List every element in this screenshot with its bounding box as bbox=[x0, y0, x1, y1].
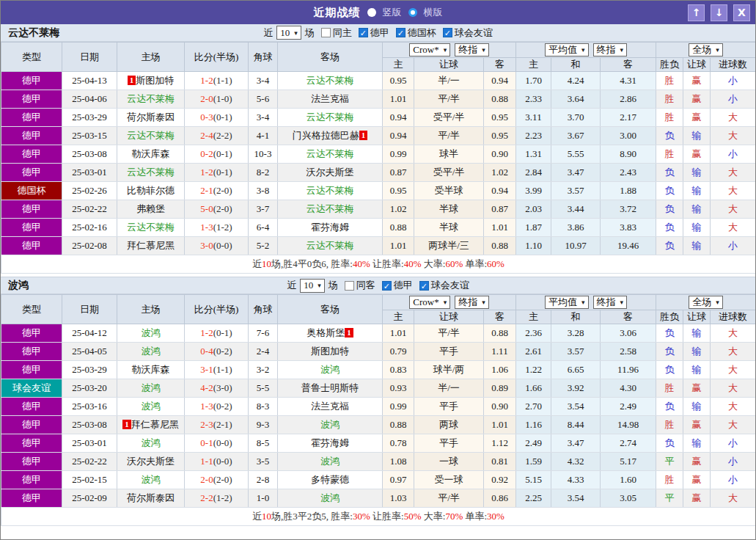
summary-segment: 40% bbox=[404, 258, 422, 269]
fulltime-score: 1-3 bbox=[200, 401, 213, 412]
handicap-line: 受平/半 bbox=[414, 109, 484, 127]
avg-home-odds: 3.99 bbox=[516, 182, 551, 200]
table-row: 德甲25-04-06云达不莱梅2-0(1-0)5-6法兰克福1.01平/半0.8… bbox=[1, 90, 756, 109]
halftime-score: (2-2) bbox=[213, 130, 232, 141]
fulltime-score: 4-2 bbox=[200, 382, 213, 393]
result-outcome: 平 bbox=[656, 453, 683, 471]
handicap-line: 受半球 bbox=[414, 182, 484, 200]
scope-select[interactable]: 全场▾ bbox=[689, 296, 723, 309]
result-handicap: 输 bbox=[683, 361, 711, 379]
scope-select-value: 全场 bbox=[692, 296, 711, 309]
handicap-line: 受一球 bbox=[414, 471, 484, 489]
away-team: 云达不莱梅 bbox=[278, 109, 383, 127]
match-type: 德甲 bbox=[1, 164, 62, 182]
summary-row: 近10场,胜4平0负6, 胜率:40% 让胜率:40% 大率:60% 单率:60… bbox=[1, 255, 756, 274]
sub-header-0: 主 bbox=[383, 58, 414, 72]
avg-away-odds: 2.86 bbox=[601, 90, 656, 109]
result-goals: 小 bbox=[711, 145, 756, 164]
handicap-away-odds: 1.06 bbox=[484, 361, 516, 379]
odds-stage-select-value: 终指 bbox=[458, 43, 477, 56]
avg-draw-odds: 3.67 bbox=[551, 127, 601, 145]
summary-segment: 30% bbox=[487, 511, 504, 522]
sub-header-5: 客 bbox=[601, 310, 656, 324]
table-row: 德甲25-03-29勒沃库森3-1(1-1)3-2波鸿0.83球半/两1.061… bbox=[1, 361, 756, 379]
competition-checkbox-2[interactable]: ✓ bbox=[443, 28, 452, 37]
summary-text: 近10场,胜4平0负6, 胜率:40% 让胜率:40% 大率:60% 单率:60… bbox=[1, 255, 756, 274]
handicap-line: 球半/两 bbox=[414, 361, 484, 379]
avg-away-odds: 5.17 bbox=[601, 453, 656, 471]
average-stage-select[interactable]: 终指▾ bbox=[593, 43, 628, 56]
sub-header-2: 客 bbox=[484, 58, 516, 72]
match-date: 25-02-26 bbox=[62, 182, 117, 200]
move-down-button[interactable]: ↓ bbox=[711, 4, 727, 21]
summary-segment: 单率: bbox=[463, 511, 487, 522]
chevron-down-icon: ▾ bbox=[716, 299, 719, 306]
sub-header-2: 客 bbox=[484, 310, 516, 324]
result-goals: 大 bbox=[711, 343, 756, 361]
competition-checkbox-0[interactable]: ✓ bbox=[359, 28, 368, 37]
table-row: 德甲25-03-081拜仁慕尼黑2-3(2-1)9-3波鸿0.88两球1.011… bbox=[1, 416, 756, 434]
handicap-home-odds: 0.83 bbox=[383, 361, 414, 379]
match-date: 25-04-06 bbox=[62, 90, 117, 109]
handicap-away-odds: 0.81 bbox=[484, 453, 516, 471]
sub-header-6: 胜负 bbox=[656, 310, 683, 324]
bookmaker-select[interactable]: Crow*▾ bbox=[409, 296, 450, 309]
average-stage-select[interactable]: 终指▾ bbox=[593, 296, 628, 309]
odds-stage-select[interactable]: 终指▾ bbox=[455, 43, 489, 56]
average-select[interactable]: 平均值▾ bbox=[545, 43, 589, 56]
handicap-home-odds: 0.95 bbox=[383, 72, 414, 90]
match-score: 0-2(0-1) bbox=[185, 145, 249, 164]
match-date: 25-03-29 bbox=[62, 361, 117, 379]
match-type: 德甲 bbox=[1, 200, 62, 219]
odds-stage-select[interactable]: 终指▾ bbox=[455, 296, 489, 309]
handicap-line: 受平/半 bbox=[414, 164, 484, 182]
match-type: 德甲 bbox=[1, 127, 62, 145]
vertical-layout-radio[interactable] bbox=[367, 8, 376, 17]
competition-checkbox-1[interactable]: ✓ bbox=[396, 28, 405, 37]
home-team: 比勒菲尔德 bbox=[117, 182, 185, 200]
handicap-home-odds: 0.99 bbox=[383, 145, 414, 164]
summary-segment: 70% bbox=[445, 511, 463, 522]
match-score: 0-1(0-0) bbox=[185, 434, 249, 453]
handicap-line: 平/半 bbox=[414, 324, 484, 343]
result-outcome: 胜 bbox=[656, 379, 683, 398]
scope-select[interactable]: 全场▾ bbox=[689, 43, 723, 56]
close-button[interactable]: X bbox=[733, 4, 750, 21]
avg-home-odds: 2.33 bbox=[516, 90, 551, 109]
match-date: 25-04-13 bbox=[62, 72, 117, 90]
avg-away-odds: 3.72 bbox=[601, 200, 656, 219]
home-team: 勒沃库森 bbox=[117, 145, 185, 164]
home-team-name: 斯图加特 bbox=[136, 75, 174, 86]
move-up-button[interactable]: ↑ bbox=[688, 4, 705, 21]
home-team-name: 比勒菲尔德 bbox=[127, 185, 175, 196]
avg-away-odds: 3.83 bbox=[601, 219, 656, 237]
titlebar-center: 近期战绩 竖版 横版 bbox=[1, 6, 755, 20]
bookmaker-select[interactable]: Crow*▾ bbox=[409, 43, 450, 56]
recent-count-select[interactable]: 10▾ bbox=[300, 279, 325, 293]
table-row: 德甲25-02-22弗赖堡5-0(2-0)3-7云达不莱梅1.02半球0.872… bbox=[1, 200, 756, 219]
chevron-down-icon: ▾ bbox=[620, 299, 624, 306]
recent-label: 近 bbox=[287, 280, 296, 291]
same-venue-checkbox[interactable] bbox=[321, 28, 331, 37]
corner-score: 2-4 bbox=[249, 343, 278, 361]
halftime-score: (0-1) bbox=[213, 327, 232, 338]
avg-home-odds: 2.36 bbox=[516, 324, 551, 343]
away-team: 云达不莱梅 bbox=[278, 145, 383, 164]
column-header-0: 类型 bbox=[1, 295, 62, 324]
horizontal-layout-label: 横版 bbox=[424, 6, 443, 19]
competition-checkbox-0[interactable]: ✓ bbox=[382, 281, 392, 291]
average-select[interactable]: 平均值▾ bbox=[545, 296, 589, 309]
avg-draw-odds: 3.57 bbox=[551, 343, 601, 361]
result-group-header: 全场▾ bbox=[656, 43, 756, 58]
horizontal-layout-radio[interactable] bbox=[408, 8, 417, 17]
result-handicap: 输 bbox=[683, 164, 711, 182]
match-score: 2-1(2-0) bbox=[185, 182, 249, 200]
recent-count-select[interactable]: 10▾ bbox=[276, 26, 301, 40]
home-team: 波鸿 bbox=[117, 398, 185, 416]
halftime-score: (1-1) bbox=[213, 75, 232, 86]
handicap-home-odds: 1.01 bbox=[383, 324, 414, 343]
same-venue-checkbox[interactable] bbox=[345, 281, 354, 291]
fulltime-score: 1-2 bbox=[200, 327, 213, 338]
competition-checkbox-1[interactable]: ✓ bbox=[419, 281, 429, 291]
avg-away-odds: 11.96 bbox=[601, 361, 656, 379]
